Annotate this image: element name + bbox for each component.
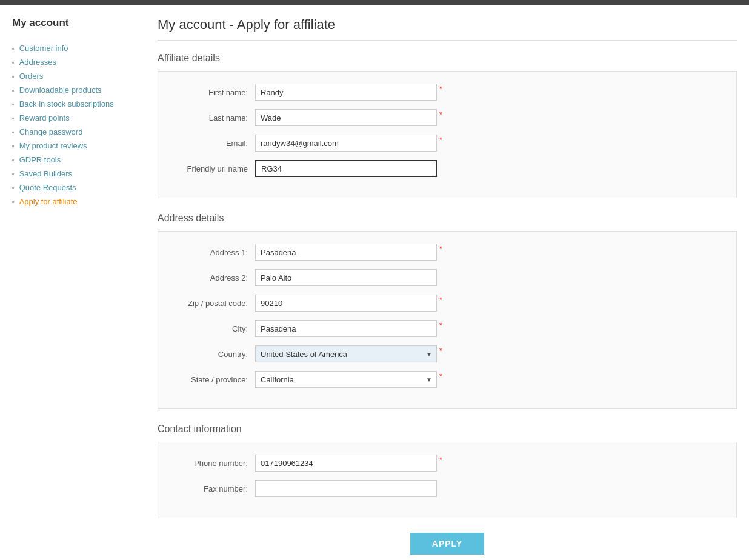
state-select[interactable]: California xyxy=(255,371,437,388)
sidebar-item-change-password[interactable]: Change password xyxy=(12,127,145,136)
address1-required: * xyxy=(439,245,442,253)
sidebar-item-back-in-stock[interactable]: Back in stock subscriptions xyxy=(12,99,145,108)
state-required: * xyxy=(439,372,442,381)
last-name-required: * xyxy=(439,110,442,119)
last-name-input[interactable] xyxy=(255,109,437,126)
sidebar-item-customer-info[interactable]: Customer info xyxy=(12,44,145,53)
address2-input[interactable] xyxy=(255,269,437,286)
zip-input[interactable] xyxy=(255,295,437,312)
email-label: Email: xyxy=(158,139,255,148)
phone-label: Phone number: xyxy=(158,459,255,468)
first-name-input[interactable] xyxy=(255,84,437,101)
zip-label: Zip / postal code: xyxy=(158,299,255,308)
sidebar-item-apply-affiliate[interactable]: Apply for affiliate xyxy=(12,197,145,206)
sidebar-link-apply-affiliate[interactable]: Apply for affiliate xyxy=(19,197,78,206)
email-input[interactable] xyxy=(255,135,437,152)
country-select[interactable]: United States of America xyxy=(255,345,437,362)
address1-input[interactable] xyxy=(255,244,437,261)
sidebar-title: My account xyxy=(12,17,145,34)
email-required: * xyxy=(439,136,442,144)
phone-field[interactable] xyxy=(255,455,437,472)
sidebar-item-orders[interactable]: Orders xyxy=(12,72,145,81)
main-content: My account - Apply for affiliate Affilia… xyxy=(158,17,737,560)
city-label: City: xyxy=(158,324,255,333)
country-required: * xyxy=(439,347,442,355)
sidebar-link-customer-info[interactable]: Customer info xyxy=(19,44,68,53)
country-label: Country: xyxy=(158,350,255,359)
fax-input[interactable] xyxy=(255,480,437,497)
city-row: City: * xyxy=(158,320,724,337)
sidebar-link-saved-builders[interactable]: Saved Builders xyxy=(19,169,72,178)
fax-field[interactable] xyxy=(255,480,437,497)
affiliate-section-title: Affiliate details xyxy=(158,53,737,64)
first-name-required: * xyxy=(439,85,442,93)
sidebar-link-back-in-stock[interactable]: Back in stock subscriptions xyxy=(19,99,114,108)
city-field[interactable] xyxy=(255,320,437,337)
address-section-title: Address details xyxy=(158,213,737,224)
zip-field[interactable] xyxy=(255,295,437,312)
address1-label: Address 1: xyxy=(158,248,255,257)
friendly-url-row: Friendly url name xyxy=(158,160,724,177)
phone-required: * xyxy=(439,456,442,464)
address-details-section: Address 1: * Address 2: Zip / postal cod… xyxy=(158,231,737,409)
affiliate-details-section: First name: * Last name: * Email: * xyxy=(158,71,737,198)
last-name-field[interactable] xyxy=(255,109,437,126)
page-title: My account - Apply for affiliate xyxy=(158,17,737,33)
phone-row: Phone number: * xyxy=(158,455,724,472)
friendly-url-input[interactable] xyxy=(255,160,437,177)
sidebar-link-gdpr-tools[interactable]: GDPR tools xyxy=(19,155,61,164)
state-field[interactable]: California xyxy=(255,371,437,388)
last-name-row: Last name: * xyxy=(158,109,724,126)
friendly-url-label: Friendly url name xyxy=(158,164,255,173)
address1-row: Address 1: * xyxy=(158,244,724,261)
fax-label: Fax number: xyxy=(158,484,255,493)
page-title-divider xyxy=(158,40,737,41)
first-name-label: First name: xyxy=(158,88,255,97)
country-field[interactable]: United States of America xyxy=(255,345,437,362)
contact-details-section: Phone number: * Fax number: xyxy=(158,442,737,518)
sidebar-link-orders[interactable]: Orders xyxy=(19,72,44,81)
apply-button[interactable]: APPLY xyxy=(410,533,484,555)
first-name-field[interactable] xyxy=(255,84,437,101)
address1-field[interactable] xyxy=(255,244,437,261)
sidebar-item-downloadable-products[interactable]: Downloadable products xyxy=(12,85,145,95)
phone-input[interactable] xyxy=(255,455,437,472)
sidebar-link-downloadable-products[interactable]: Downloadable products xyxy=(19,85,102,95)
address2-row: Address 2: xyxy=(158,269,724,286)
sidebar-item-addresses[interactable]: Addresses xyxy=(12,58,145,67)
sidebar: My account Customer info Addresses Order… xyxy=(12,17,158,560)
address2-label: Address 2: xyxy=(158,273,255,282)
sidebar-item-product-reviews[interactable]: My product reviews xyxy=(12,141,145,150)
sidebar-link-quote-requests[interactable]: Quote Requests xyxy=(19,183,76,192)
state-label: State / province: xyxy=(158,375,255,384)
sidebar-item-quote-requests[interactable]: Quote Requests xyxy=(12,183,145,192)
city-input[interactable] xyxy=(255,320,437,337)
sidebar-link-change-password[interactable]: Change password xyxy=(19,127,83,136)
address2-field[interactable] xyxy=(255,269,437,286)
sidebar-link-product-reviews[interactable]: My product reviews xyxy=(19,141,87,150)
sidebar-item-gdpr-tools[interactable]: GDPR tools xyxy=(12,155,145,164)
sidebar-link-reward-points[interactable]: Reward points xyxy=(19,113,70,122)
state-row: State / province: California * xyxy=(158,371,724,388)
sidebar-item-reward-points[interactable]: Reward points xyxy=(12,113,145,122)
city-required: * xyxy=(439,321,442,330)
contact-section-title: Contact information xyxy=(158,424,737,435)
last-name-label: Last name: xyxy=(158,113,255,122)
first-name-row: First name: * xyxy=(158,84,724,101)
country-row: Country: United States of America * xyxy=(158,345,724,362)
top-bar xyxy=(0,0,749,5)
fax-row: Fax number: xyxy=(158,480,724,497)
friendly-url-field[interactable] xyxy=(255,160,437,177)
zip-required: * xyxy=(439,296,442,304)
email-row: Email: * xyxy=(158,135,724,152)
sidebar-item-saved-builders[interactable]: Saved Builders xyxy=(12,169,145,178)
zip-row: Zip / postal code: * xyxy=(158,295,724,312)
sidebar-link-addresses[interactable]: Addresses xyxy=(19,58,56,67)
email-field[interactable] xyxy=(255,135,437,152)
